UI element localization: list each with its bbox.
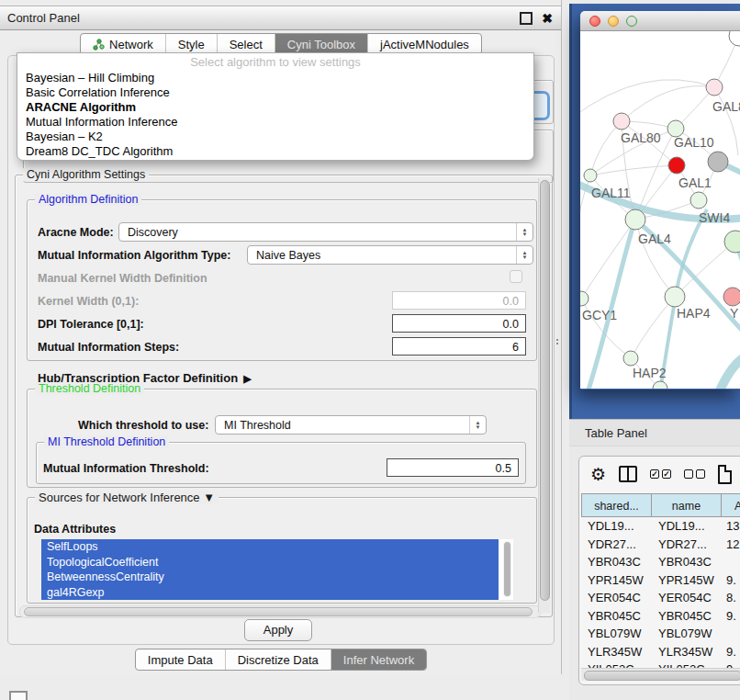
column-header[interactable]: name xyxy=(652,493,722,517)
deselect-all-icon[interactable] xyxy=(684,469,705,479)
node-unlabeled-top[interactable] xyxy=(729,31,740,46)
cyni-algorithm-settings-group: Cyni Algorithm Settings Algorithm Defini… xyxy=(15,175,553,617)
zoom-window-icon[interactable] xyxy=(626,16,637,27)
close-icon[interactable]: ✖ xyxy=(542,14,553,23)
list-scrollbar[interactable] xyxy=(503,541,511,597)
node-GCY1[interactable] xyxy=(580,291,589,306)
algorithm-option[interactable]: Mutual Information Inference xyxy=(17,115,533,130)
node-bottom-partial[interactable] xyxy=(653,381,667,389)
network-window: GAL8GAL80GAL10GAL1GAL11SWI4GAL4GCY1HAP4Y… xyxy=(580,11,740,390)
tab-cyni-toolbox[interactable]: Cyni Toolbox xyxy=(275,34,367,54)
table-cell: YDL19... xyxy=(581,517,652,536)
attribute-item[interactable]: gal4RGexp xyxy=(41,585,499,601)
node-HAP4[interactable] xyxy=(665,287,685,307)
tab-infer-network[interactable]: Infer Network xyxy=(331,649,426,670)
node-label-gal-partial: GAL8 xyxy=(712,99,740,114)
node-label-GCY1: GCY1 xyxy=(582,308,617,322)
table-cell: YLR345W xyxy=(652,643,722,661)
close-window-icon[interactable] xyxy=(589,16,600,27)
mi-type-value: Naive Bayes xyxy=(256,249,320,262)
node-salmon-right[interactable] xyxy=(723,288,740,306)
table-row[interactable]: YPR145WYPR145W9. xyxy=(581,571,740,590)
mi-type-label: Mutual Information Algorithm Type: xyxy=(38,249,230,262)
table-cell: YER054C xyxy=(581,589,652,607)
table-row[interactable]: YBL079WYBL079W xyxy=(581,625,740,643)
columns-icon[interactable] xyxy=(619,466,637,482)
stepper-icon[interactable]: ▲▼ xyxy=(469,416,486,434)
stepper-icon[interactable]: ▲▼ xyxy=(516,223,533,241)
tab-label: Style xyxy=(178,38,205,51)
table-row[interactable]: YBR045CYBR045C9. xyxy=(581,607,740,626)
node-HAP2[interactable] xyxy=(623,351,638,366)
table-cell: YBR043C xyxy=(652,553,722,571)
node-GAL11[interactable] xyxy=(584,169,597,182)
settings-horizontal-scrollbar[interactable] xyxy=(19,605,541,618)
node-red-node[interactable] xyxy=(668,157,685,174)
tab-network[interactable]: Network xyxy=(81,34,165,54)
table-cell: 8. xyxy=(722,589,740,607)
tab-style[interactable]: Style xyxy=(165,34,217,54)
node-gal-partial[interactable] xyxy=(706,79,723,96)
mi-threshold-field[interactable]: 0.5 xyxy=(387,458,519,477)
table-cell: 12 xyxy=(722,536,740,554)
attribute-item[interactable]: BetweennessCentrality xyxy=(41,570,499,585)
algorithm-option[interactable]: Basic Correlation Inference xyxy=(17,85,533,100)
mi-threshold-label: Mutual Information Threshold: xyxy=(43,462,209,475)
network-canvas[interactable]: GAL8GAL80GAL10GAL1GAL11SWI4GAL4GCY1HAP4Y… xyxy=(580,31,740,389)
column-header[interactable]: A xyxy=(722,493,740,517)
attribute-item[interactable]: TopologicalCoefficient xyxy=(41,555,499,570)
tab-select[interactable]: Select xyxy=(217,34,275,54)
algorithm-option[interactable]: Bayesian – K2 xyxy=(17,130,533,144)
minimize-window-icon[interactable] xyxy=(608,16,619,27)
chevron-right-icon: ▶ xyxy=(243,373,251,384)
kernel-width-label: Kernel Width (0,1): xyxy=(38,295,139,308)
import-table-icon[interactable] xyxy=(718,465,732,484)
which-threshold-select[interactable]: MI Threshold ▲▼ xyxy=(215,415,487,435)
table-header-row: shared...nameA xyxy=(581,493,740,517)
node-GAL4[interactable] xyxy=(625,209,645,230)
floating-widget-fragment xyxy=(9,691,28,700)
data-attributes-list: SelfLoopsTopologicalCoefficientBetweenne… xyxy=(41,539,513,600)
mi-steps-field[interactable]: 6 xyxy=(392,337,526,356)
stepper-icon[interactable]: ▲▼ xyxy=(516,246,533,264)
settings-vertical-scrollbar[interactable] xyxy=(538,178,550,613)
table-row[interactable]: YDL19...YDL19...13 xyxy=(581,517,740,536)
node-GAL1[interactable] xyxy=(690,192,707,209)
table-horizontal-scrollbar[interactable] xyxy=(581,668,740,681)
table-row[interactable]: YBR043CYBR043C xyxy=(581,553,740,571)
mi-type-select[interactable]: Naive Bayes ▲▼ xyxy=(247,245,533,265)
attribute-item[interactable]: SelfLoops xyxy=(41,539,499,555)
tab-label: Impute Data xyxy=(148,653,213,667)
algorithm-option[interactable]: Dream8 DC_TDC Algorithm xyxy=(17,144,533,159)
dpi-tolerance-field[interactable]: 0.0 xyxy=(392,314,526,333)
tab-jactivemnodules[interactable]: jActiveMNodules xyxy=(367,34,481,54)
node-label-GAL80: GAL80 xyxy=(621,130,661,145)
tab-impute-data[interactable]: Impute Data xyxy=(136,649,225,670)
manual-kernel-checkbox[interactable] xyxy=(510,270,522,283)
table-row[interactable]: YER054CYER054C8. xyxy=(581,589,740,607)
panel-resize-handle[interactable] xyxy=(555,337,560,346)
node-label-GAL11: GAL11 xyxy=(591,186,631,200)
sources-expander[interactable]: Sources for Network Inference ▼ xyxy=(35,491,219,504)
algorithm-option[interactable]: Bayesian – Hill Climbing xyxy=(17,71,533,85)
float-window-icon[interactable] xyxy=(520,12,533,25)
tab-discretize-data[interactable]: Discretize Data xyxy=(225,649,331,670)
control-panel-titlebar: Control Panel ✖ xyxy=(0,6,561,30)
select-all-icon[interactable]: ✓✓ xyxy=(650,469,671,479)
threshold-definition-title: Threshold Definition xyxy=(35,382,144,395)
table-cell xyxy=(722,625,740,643)
table-row[interactable]: YDR27...YDR27...12 xyxy=(581,536,740,554)
table-cell: YBL079W xyxy=(652,625,722,643)
table-panel-header: Table Panel xyxy=(569,419,740,446)
column-header[interactable]: shared... xyxy=(581,493,652,517)
gear-icon[interactable]: ⚙ xyxy=(590,466,606,483)
node-green-right[interactable] xyxy=(724,231,740,253)
algorithm-option[interactable]: ARACNE Algorithm xyxy=(17,100,533,115)
node-gray-node[interactable] xyxy=(708,152,728,172)
kernel-width-field[interactable]: 0.0 xyxy=(392,291,526,310)
table-row[interactable]: YLR345WYLR345W9. xyxy=(581,643,740,661)
apply-button[interactable]: Apply xyxy=(244,619,312,641)
network-icon xyxy=(93,39,105,51)
aracne-mode-select[interactable]: Discovery ▲▼ xyxy=(118,222,533,242)
node-GAL80[interactable] xyxy=(613,113,630,130)
